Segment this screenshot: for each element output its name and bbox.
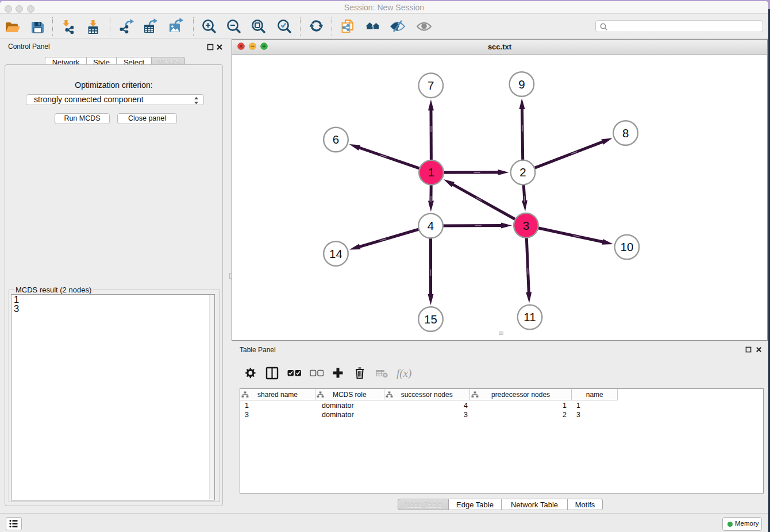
svg-text:14: 14 [329,247,342,260]
svg-text:6: 6 [333,133,339,146]
svg-text:9: 9 [518,78,525,91]
svg-text:2: 2 [519,165,526,179]
svg-text:7: 7 [428,79,434,92]
svg-text:f(x): f(x) [396,367,411,380]
svg-text:15: 15 [424,313,437,326]
svg-text:11: 11 [523,310,536,323]
svg-text:1: 1 [428,165,434,179]
svg-text:8: 8 [622,126,629,140]
svg-text:10: 10 [621,240,634,253]
svg-text:4: 4 [428,219,434,232]
svg-text:3: 3 [523,219,529,232]
